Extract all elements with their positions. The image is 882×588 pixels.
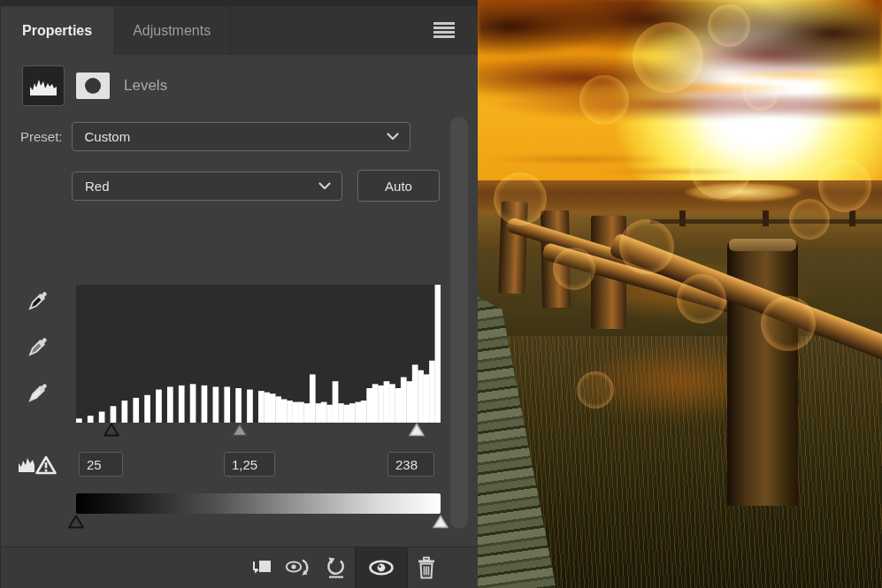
panel-tab-bar: Properties Adjustments (1, 6, 478, 55)
eyedropper-tools (24, 286, 52, 424)
adjustment-title: Levels (124, 77, 167, 95)
auto-button[interactable]: Auto (357, 170, 440, 202)
photo-distant-fence-post (849, 210, 855, 226)
document-canvas-photo[interactable] (478, 0, 882, 588)
photo-bokeh-flare (579, 75, 629, 125)
white-point-eyedropper-icon[interactable] (24, 378, 52, 407)
gray-point-eyedropper-icon[interactable] (24, 332, 52, 361)
previous-state-button[interactable] (280, 547, 318, 588)
midtone-input-field[interactable] (224, 452, 275, 477)
preset-label: Preset: (20, 129, 63, 144)
visibility-button[interactable] (355, 547, 408, 588)
photo-bokeh-flare (619, 219, 674, 274)
reset-arrow-icon (325, 556, 348, 579)
trash-icon (416, 556, 437, 579)
photoshop-levels-ui: Properties Adjustments Levels (0, 0, 882, 588)
panel-menu-icon[interactable] (433, 22, 455, 38)
layer-mask-icon[interactable] (76, 73, 110, 99)
reset-button[interactable] (318, 547, 355, 588)
highlight-input-slider[interactable] (408, 423, 425, 437)
photo-bokeh-flare (818, 159, 871, 212)
highlight-input-field[interactable] (387, 452, 434, 477)
adjustment-header: Levels (1, 55, 478, 106)
photo-large-fence-post-top (729, 239, 796, 251)
adjustment-toolbar (1, 546, 479, 588)
photo-bokeh-flare (761, 296, 816, 351)
output-white-slider[interactable] (433, 515, 449, 529)
preset-value: Custom (85, 129, 131, 144)
clip-to-layer-button[interactable] (243, 547, 280, 588)
shadow-input-slider[interactable] (104, 423, 120, 437)
midtone-input-slider[interactable] (232, 423, 249, 437)
tab-properties[interactable]: Properties (1, 6, 113, 55)
photo-bokeh-flare (553, 248, 595, 290)
photo-bokeh-flare (677, 274, 726, 324)
chevron-down-icon (387, 133, 399, 141)
photo-distant-fence-post (679, 210, 686, 226)
photo-bokeh-flare (690, 137, 752, 199)
histogram-svg (76, 285, 441, 423)
output-gradient-bar (76, 493, 441, 514)
delete-button[interactable] (408, 547, 445, 588)
input-values-row (1, 452, 479, 477)
chevron-down-icon (318, 182, 331, 190)
shadow-input-field[interactable] (79, 452, 123, 477)
photo-bokeh-flare (577, 371, 614, 409)
preset-row: Preset: Custom (20, 122, 478, 151)
output-sliders (76, 515, 441, 531)
photo-bokeh-flare (789, 199, 830, 240)
input-sliders (76, 423, 441, 439)
photo-bokeh-flare (633, 22, 703, 93)
levels-thumbnail-icon[interactable] (22, 65, 65, 106)
channel-dropdown[interactable]: Red (72, 172, 342, 201)
panel-scrollbar[interactable] (450, 117, 468, 529)
tab-adjustments[interactable]: Adjustments (113, 6, 230, 55)
photo-bokeh-flare (494, 172, 547, 225)
eye-arrow-icon (285, 557, 313, 578)
panel-top-strip (1, 0, 478, 6)
photo-distant-fence-post (763, 210, 769, 226)
photo-bokeh-flare (743, 75, 778, 111)
eye-icon (368, 559, 395, 577)
clip-to-layer-icon (250, 558, 273, 577)
channel-row: Red Auto (72, 170, 478, 202)
tab-divider (230, 6, 231, 55)
panel-body: Levels Preset: Custom Red (1, 55, 478, 523)
properties-panel: Properties Adjustments Levels (0, 0, 478, 588)
output-black-slider[interactable] (68, 515, 85, 529)
channel-value: Red (85, 179, 110, 194)
mask-circle (85, 78, 101, 94)
preset-dropdown[interactable]: Custom (72, 122, 410, 151)
histogram-display (76, 285, 441, 423)
uncached-histogram-warning-icon[interactable] (17, 449, 58, 477)
black-point-eyedropper-icon[interactable] (24, 286, 52, 315)
photo-bokeh-flare (708, 4, 750, 47)
